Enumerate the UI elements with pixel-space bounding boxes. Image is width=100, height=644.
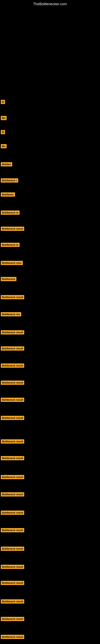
site-title: TheBottlenecker.com	[0, 0, 100, 7]
bottleneck-label: Bottleneck result	[1, 456, 24, 460]
bottleneck-label: Bottleneck result	[1, 599, 24, 604]
bottleneck-label: Bo	[1, 116, 7, 120]
bottleneck-label: B	[1, 100, 5, 104]
bottleneck-label: Bottleneck r	[1, 178, 18, 182]
bottleneck-label: Bottleneck result	[1, 475, 24, 479]
bottleneck-label: Bottleneck result	[1, 528, 24, 532]
bottleneck-label: Bottleneck result	[1, 439, 24, 444]
bottleneck-label: Bottleneck result	[1, 510, 24, 515]
bottleneck-label: Bottleneck result	[1, 546, 24, 551]
bottleneck-label: Bottleneck re	[1, 243, 20, 247]
bottleneck-label: Bottleneck	[1, 277, 16, 281]
bottleneck-label: Bottlen	[1, 162, 12, 166]
bottleneck-label: Bottleneck result	[1, 398, 24, 402]
bottleneck-label: Bottleneck result	[1, 226, 24, 231]
bottleneck-label: Bottleneck result	[1, 364, 24, 368]
bottleneck-label: Bottleneck result	[1, 416, 24, 420]
bottleneck-label: Bottleneck result	[1, 295, 24, 299]
bottleneck-label: Bottleneck result	[1, 635, 24, 639]
bottleneck-label: Bottleneck result	[1, 380, 24, 385]
bottleneck-label: Bottleneck re	[1, 210, 20, 215]
bottleneck-label: Bottleneck res	[1, 312, 21, 316]
bottleneck-label: Bottlenec	[1, 192, 15, 196]
bottleneck-label: Bottleneck result	[1, 581, 24, 585]
bottleneck-label: B	[1, 130, 5, 134]
bottleneck-label: Bottleneck result	[1, 330, 24, 334]
bottleneck-label: Bottleneck result	[1, 617, 24, 621]
bottleneck-label: Bottleneck result	[1, 565, 24, 569]
bottleneck-label: Bottleneck result	[1, 492, 24, 496]
bottleneck-label: Bottleneck resu	[1, 261, 23, 265]
bottleneck-label: Bo	[1, 144, 7, 148]
bottleneck-label: Bottleneck result	[1, 346, 24, 350]
